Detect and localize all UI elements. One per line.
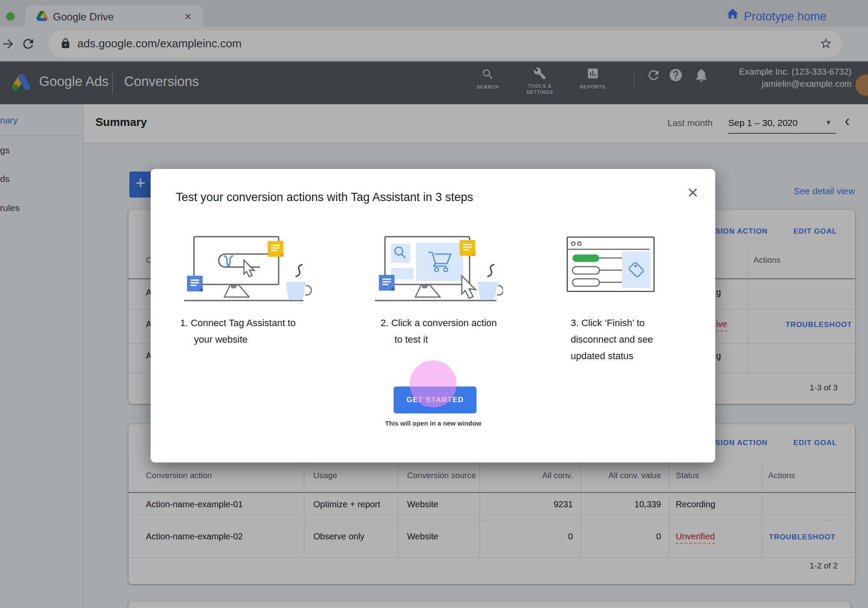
step2-line1: 2. Click a conversion action xyxy=(381,315,497,331)
step3-line1: 3. Click ‘Finish’ to xyxy=(571,315,653,331)
new-window-note: This will open in a new window xyxy=(346,420,520,427)
step1-illustration-icon xyxy=(182,233,312,309)
step3-illustration-icon xyxy=(563,235,667,302)
screenshot-root: Google Drive ✕ Prototype home ads.google… xyxy=(0,0,868,608)
step1-line2: your website xyxy=(180,331,296,348)
step1-line1: 1. Connect Tag Assistant to xyxy=(180,315,296,331)
step3-line2: disconnect and see xyxy=(571,331,653,348)
modal-title: Test your conversion actions with Tag As… xyxy=(176,191,473,204)
step2-text: 2. Click a conversion action to test it xyxy=(381,315,497,348)
get-started-button[interactable]: GET STARTED xyxy=(394,387,477,413)
step2-illustration-icon xyxy=(373,233,503,309)
step1-text: 1. Connect Tag Assistant to your website xyxy=(180,315,296,348)
modal-close-icon[interactable]: ✕ xyxy=(687,185,699,201)
step3-line3: updated status xyxy=(571,348,653,364)
tag-assistant-modal: Test your conversion actions with Tag As… xyxy=(151,169,715,463)
step3-text: 3. Click ‘Finish’ to disconnect and see … xyxy=(571,315,653,364)
step2-line2: to test it xyxy=(381,331,497,348)
